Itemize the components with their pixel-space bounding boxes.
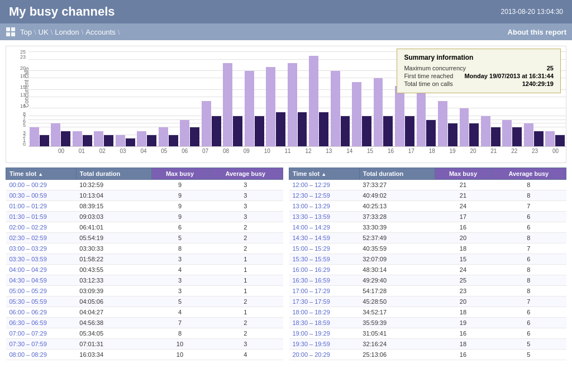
left-avg-8: 1: [208, 265, 283, 275]
summary-total-row: Total time on calls 1240:29:19: [404, 80, 554, 87]
bar-dark-22: [512, 127, 522, 146]
right-time-10: 17:00 – 17:29: [289, 286, 360, 297]
bar-group-16: [373, 52, 394, 146]
right-max-4: 16: [435, 222, 491, 233]
breadcrumb-uk[interactable]: UK: [39, 28, 49, 36]
left-duration-3: 09:03:03: [76, 212, 152, 222]
left-table-row: 00:30 – 00:59 10:13:04 9 3: [6, 190, 283, 201]
bar-dark-10: [255, 116, 264, 146]
x-label-17: 17: [401, 148, 422, 154]
right-table-row: 18:00 – 18:29 34:52:17 18 6: [289, 307, 566, 318]
x-label-18: 18: [422, 148, 442, 154]
bar-light-6: [159, 127, 168, 146]
bar-light-22: [502, 120, 512, 146]
chart-area: Concurrent calls 0 1 2 3 5 6 7 8 10 13 1…: [0, 40, 572, 163]
bar-group-8: [201, 52, 222, 146]
bar-light-7: [180, 120, 189, 146]
left-th-time[interactable]: Time slot ▲: [6, 168, 77, 180]
x-label-8: 08: [216, 148, 236, 154]
right-table-row: 13:00 – 13:29 40:25:13 24 7: [289, 201, 566, 212]
bar-light-23: [524, 123, 533, 146]
right-th-duration[interactable]: Total duration: [359, 168, 435, 180]
left-max-4: 6: [152, 222, 208, 233]
left-th-max[interactable]: Max busy: [152, 168, 208, 180]
right-table-row: 19:30 – 19:59 32:16:24 18 5: [289, 339, 566, 350]
bar-light-19: [438, 101, 447, 146]
left-time-12: 06:00 – 06:29: [6, 307, 77, 318]
left-table-row: 06:30 – 06:59 04:56:38 7 2: [6, 318, 283, 328]
left-max-1: 9: [152, 190, 208, 201]
summary-first-value: Monday 19/07/2013 at 16:31:44: [464, 73, 554, 79]
left-time-3: 01:30 – 01:59: [6, 212, 77, 222]
right-max-1: 21: [435, 190, 491, 201]
left-table-row: 04:30 – 04:59 03:12:33 3 1: [6, 275, 283, 286]
right-duration-3: 37:33:28: [359, 212, 435, 222]
right-duration-12: 34:52:17: [359, 307, 435, 318]
x-label-10: 10: [257, 148, 278, 154]
bar-light-16: [374, 78, 383, 146]
bar-dark-20: [469, 123, 479, 146]
left-th-avg[interactable]: Average busy: [208, 168, 283, 180]
about-report-link[interactable]: About this report: [508, 28, 566, 36]
right-time-8: 16:00 – 16:29: [289, 265, 360, 275]
right-avg-4: 6: [491, 222, 566, 233]
left-max-15: 10: [152, 339, 208, 350]
bar-dark-0: [40, 135, 49, 146]
left-max-3: 9: [152, 212, 208, 222]
bar-light-10: [245, 71, 254, 146]
bar-group-12: [287, 52, 308, 146]
bar-group-13: [308, 52, 329, 146]
x-label-7: 07: [195, 148, 216, 154]
right-duration-13: 35:59:39: [359, 318, 435, 328]
bar-group-5: [136, 52, 157, 146]
right-table: Time slot ▲ Total duration Max busy Aver…: [289, 168, 566, 360]
left-table-row: 07:30 – 07:59 07:01:31 10 3: [6, 339, 283, 350]
right-th-max[interactable]: Max busy: [435, 168, 491, 180]
breadcrumb-top[interactable]: Top: [20, 28, 32, 36]
right-avg-12: 6: [491, 307, 566, 318]
x-label-2: 02: [92, 148, 113, 154]
left-table-row: 04:00 – 04:29 00:43:55 4 1: [6, 265, 283, 275]
left-avg-11: 2: [208, 297, 283, 307]
left-avg-3: 3: [208, 212, 283, 222]
left-avg-5: 2: [208, 233, 283, 243]
x-label-3: 03: [113, 148, 134, 154]
right-time-4: 14:00 – 14:29: [289, 222, 360, 233]
right-time-15: 19:30 – 19:59: [289, 339, 360, 350]
bar-light-4: [116, 135, 125, 146]
right-max-12: 18: [435, 307, 491, 318]
left-duration-11: 04:05:06: [76, 297, 152, 307]
bar-group-0: [28, 52, 50, 146]
left-avg-7: 1: [208, 254, 283, 265]
breadcrumb-sep-2: \: [51, 28, 53, 36]
x-label-21: 21: [483, 148, 504, 154]
right-duration-9: 49:29:40: [359, 275, 435, 286]
right-time-5: 14:30 – 14:59: [289, 233, 360, 243]
bar-dark-19: [448, 123, 457, 146]
right-time-7: 15:30 – 15:59: [289, 254, 360, 265]
datetime: 2013-08-20 13:04:30: [501, 8, 563, 16]
bar-group-1: [50, 52, 71, 146]
right-max-11: 20: [435, 297, 491, 307]
right-table-row: 15:00 – 15:29 40:35:59 18 7: [289, 243, 566, 254]
right-avg-13: 6: [491, 318, 566, 328]
tables-section: Time slot ▲ Total duration Max busy Aver…: [0, 163, 572, 365]
left-max-11: 5: [152, 297, 208, 307]
left-duration-6: 03:30:33: [76, 243, 152, 254]
bar-group-11: [265, 52, 286, 146]
right-avg-9: 8: [491, 275, 566, 286]
right-th-time[interactable]: Time slot ▲: [289, 168, 360, 180]
left-duration-5: 05:54:19: [76, 233, 152, 243]
breadcrumb-sep-1: \: [34, 28, 36, 36]
bar-dark-18: [426, 120, 436, 146]
summary-title: Summary information: [404, 54, 554, 61]
breadcrumb-accounts[interactable]: Accounts: [85, 28, 115, 36]
bar-light-2: [73, 131, 82, 146]
left-th-duration[interactable]: Total duration: [76, 168, 152, 180]
left-max-10: 3: [152, 286, 208, 297]
left-time-5: 02:30 – 02:59: [6, 233, 77, 243]
breadcrumb-london[interactable]: London: [55, 28, 79, 36]
left-time-4: 02:00 – 02:29: [6, 222, 77, 233]
bar-dark-15: [362, 116, 371, 146]
right-th-avg[interactable]: Average busy: [491, 168, 566, 180]
